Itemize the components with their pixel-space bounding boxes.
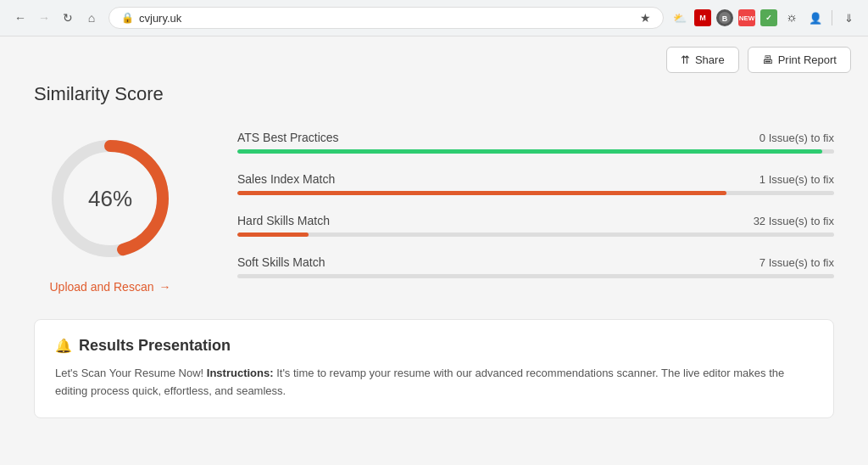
metric-row: Hard Skills Match 32 Issue(s) to fix <box>237 214 834 237</box>
metric-issues: 7 Issue(s) to fix <box>760 256 834 269</box>
upload-rescan-link[interactable]: Upload and Rescan → <box>50 280 171 294</box>
metric-bar-track <box>237 149 834 154</box>
results-title-text: Results Presentation <box>79 337 231 355</box>
metric-label: ATS Best Practices <box>237 131 339 144</box>
metric-bar-fill <box>237 232 309 237</box>
forward-button[interactable]: → <box>34 8 54 28</box>
metric-label: Soft Skills Match <box>237 255 325 269</box>
back-button[interactable]: ← <box>10 8 31 28</box>
metric-issues: 32 Issue(s) to fix <box>754 215 834 227</box>
metric-label: Sales Index Match <box>237 172 335 186</box>
main-section: Similarity Score 46% Upload and <box>0 83 868 294</box>
metric-bar-track <box>237 274 834 278</box>
metric-row: Soft Skills Match 7 Issue(s) to fix <box>237 255 834 278</box>
share-label: Share <box>695 53 725 66</box>
metric-header: Soft Skills Match 7 Issue(s) to fix <box>237 255 834 269</box>
metric-issues: 0 Issue(s) to fix <box>760 132 834 144</box>
share-browser-icon[interactable]: ⛅ <box>670 8 689 27</box>
page-toolbar: ⇈ Share 🖶 Print Report <box>0 36 868 83</box>
metric-header: ATS Best Practices 0 Issue(s) to fix <box>237 131 834 144</box>
results-presentation-card: 🔔 Results Presentation Let's Scan Your R… <box>34 319 834 418</box>
section-title: Similarity Score <box>34 83 834 105</box>
ext-icon-2[interactable]: B <box>716 9 733 26</box>
metric-row: Sales Index Match 1 Issue(s) to fix <box>237 172 834 195</box>
metric-bar-fill <box>237 191 726 195</box>
results-card-body: Let's Scan Your Resume Now! Instructions… <box>55 365 813 401</box>
metric-label: Hard Skills Match <box>237 214 330 227</box>
star-icon[interactable]: ★ <box>640 11 651 25</box>
donut-container: 46% Upload and Rescan → <box>34 131 186 294</box>
metrics-list: ATS Best Practices 0 Issue(s) to fix Sal… <box>237 131 834 278</box>
profile-button[interactable]: 👤 <box>806 8 825 27</box>
similarity-layout: 46% Upload and Rescan → ATS Best Practic… <box>34 131 834 294</box>
metric-header: Hard Skills Match 32 Issue(s) to fix <box>237 214 834 227</box>
bell-icon: 🔔 <box>55 338 72 354</box>
metric-row: ATS Best Practices 0 Issue(s) to fix <box>237 131 834 154</box>
divider <box>832 10 832 25</box>
upload-rescan-label: Upload and Rescan <box>50 280 154 294</box>
results-intro: Let's Scan Your Resume Now! <box>55 367 207 379</box>
lock-icon: 🔒 <box>121 12 134 24</box>
share-button[interactable]: ⇈ Share <box>666 47 739 73</box>
browser-extension-icons: ⛅ M B NEW ✓ ⛭ 👤 ⇓ <box>670 8 858 27</box>
results-card-title: 🔔 Results Presentation <box>55 337 813 355</box>
browser-chrome: ← → ↻ ⌂ 🔒 cvjury.uk ★ ⛅ M B NEW ✓ ⛭ 👤 ⇓ <box>0 0 868 36</box>
home-button[interactable]: ⌂ <box>81 8 102 28</box>
address-bar[interactable]: 🔒 cvjury.uk ★ <box>108 7 664 29</box>
metric-bar-fill <box>237 149 822 154</box>
score-text: 46% <box>88 186 132 212</box>
svg-text:B: B <box>722 14 728 23</box>
print-report-button[interactable]: 🖶 Print Report <box>748 47 851 73</box>
nav-buttons: ← → ↻ ⌂ <box>10 8 102 28</box>
ext-icon-1[interactable]: M <box>694 9 711 26</box>
metric-bar-track <box>237 191 834 195</box>
reload-button[interactable]: ↻ <box>58 8 78 28</box>
ext-icon-4[interactable]: ✓ <box>760 9 777 26</box>
arrow-circle-icon: → <box>159 280 170 294</box>
page-content: ⇈ Share 🖶 Print Report Similarity Score <box>0 36 868 465</box>
instructions-label: Instructions: <box>207 367 274 379</box>
metric-bar-track <box>237 232 834 237</box>
download-button[interactable]: ⇓ <box>839 8 858 27</box>
url-text: cvjury.uk <box>139 12 635 25</box>
metric-header: Sales Index Match 1 Issue(s) to fix <box>237 172 834 186</box>
metric-issues: 1 Issue(s) to fix <box>760 173 834 186</box>
extensions-button[interactable]: ⛭ <box>782 8 801 27</box>
share-icon: ⇈ <box>681 53 690 66</box>
print-report-label: Print Report <box>778 53 837 66</box>
donut-chart: 46% <box>42 131 178 266</box>
print-icon: 🖶 <box>762 53 773 66</box>
ext-icon-3[interactable]: NEW <box>738 9 755 26</box>
